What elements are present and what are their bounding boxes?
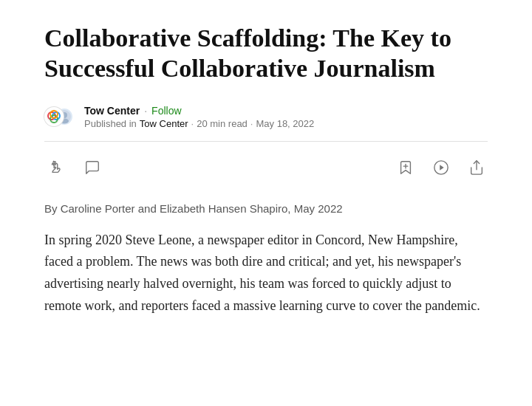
- comment-icon: [84, 159, 100, 176]
- avatar-logo-1: [44, 107, 64, 126]
- clap-icon: [47, 159, 64, 176]
- svg-marker-11: [440, 165, 444, 170]
- publish-date: May 18, 2022: [256, 118, 314, 129]
- author-name-row: Tow Center · Follow: [84, 105, 314, 117]
- bookmark-button[interactable]: [395, 156, 417, 179]
- share-icon: [468, 159, 485, 176]
- publication-name[interactable]: Tow Center: [140, 118, 188, 129]
- author-name: Tow Center: [84, 105, 140, 117]
- action-right: [395, 156, 488, 179]
- share-button[interactable]: [466, 156, 488, 179]
- published-in-label: Published in: [84, 118, 137, 129]
- listen-button[interactable]: [430, 156, 452, 179]
- avatar-stack: [44, 106, 77, 128]
- article-body: In spring 2020 Steve Leone, a newspaper …: [44, 230, 488, 317]
- follow-button[interactable]: Follow: [151, 105, 181, 117]
- dot-separator-1: ·: [144, 105, 147, 117]
- page-container: Collaborative Scaffolding: The Key to Su…: [15, 0, 517, 340]
- article-title: Collaborative Scaffolding: The Key to Su…: [44, 24, 488, 84]
- author-meta: Tow Center · Follow Published in Tow Cen…: [84, 105, 314, 129]
- action-bar: [44, 154, 488, 182]
- svg-point-0: [47, 110, 61, 123]
- clap-button[interactable]: [44, 156, 66, 179]
- divider-top: [44, 141, 488, 142]
- read-time: 20 min read: [197, 118, 248, 129]
- comment-button[interactable]: [81, 156, 103, 179]
- action-left: [44, 156, 103, 179]
- dot-separator-2: ·: [191, 118, 194, 129]
- bookmark-icon: [398, 159, 414, 176]
- play-icon: [433, 159, 449, 176]
- dot-separator-3: ·: [250, 118, 253, 129]
- author-row: Tow Center · Follow Published in Tow Cen…: [44, 105, 488, 129]
- article-byline: By Caroline Porter and Elizabeth Hansen …: [44, 202, 488, 215]
- pub-meta: Published in Tow Center · 20 min read · …: [84, 118, 314, 129]
